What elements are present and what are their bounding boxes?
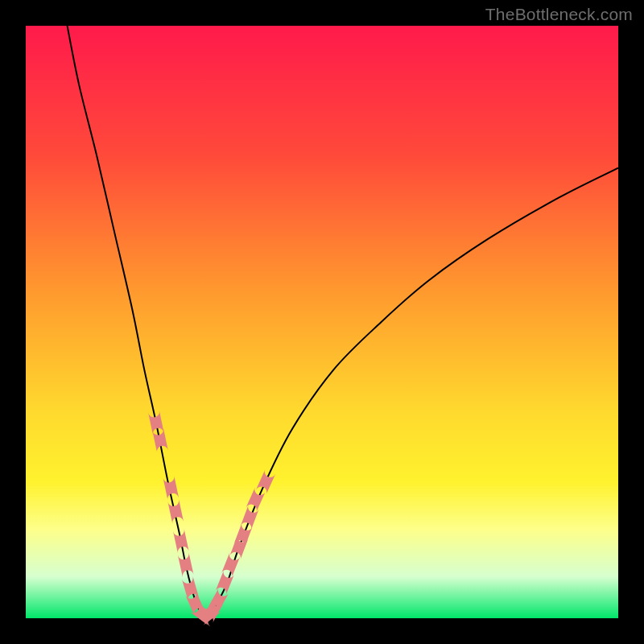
plot-background: [26, 26, 618, 618]
watermark-label: TheBottleneck.com: [485, 5, 633, 24]
chart-container: TheBottleneck.com: [0, 0, 644, 644]
bottleneck-chart: [0, 0, 644, 644]
